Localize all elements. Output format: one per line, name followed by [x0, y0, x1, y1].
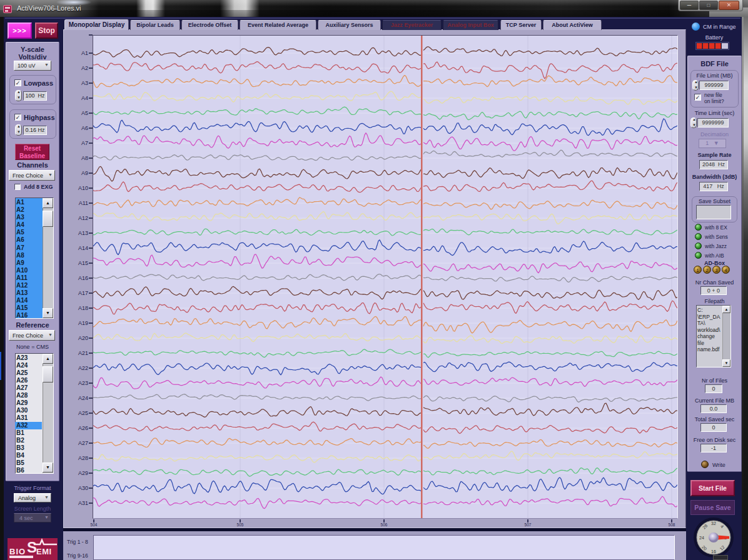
svg-text:32: 32: [711, 521, 716, 526]
svg-text:16: 16: [711, 549, 716, 554]
svg-text:24: 24: [699, 536, 704, 540]
